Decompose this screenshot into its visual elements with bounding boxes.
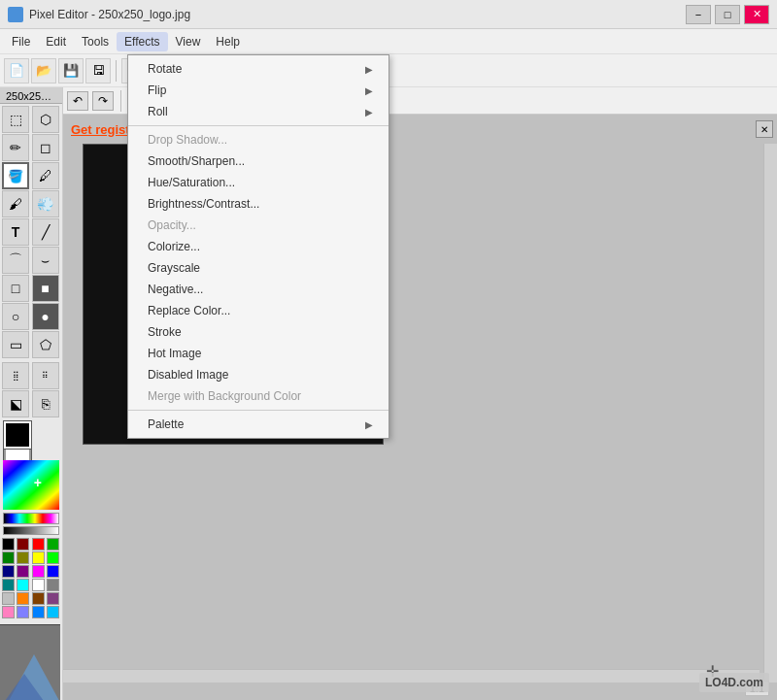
menu-item-palette[interactable]: Palette▶: [128, 414, 388, 435]
gradient-cursor-icon: +: [34, 475, 42, 490]
color-swatch-12[interactable]: [2, 579, 15, 591]
menu-item-label-disabled-image: Disabled Image: [148, 368, 228, 382]
menu-item-drop-shadow: Drop Shadow...: [128, 129, 388, 150]
save-button[interactable]: 💾: [58, 58, 84, 83]
tool-text[interactable]: T: [2, 218, 29, 246]
save-as-button[interactable]: 🖫: [85, 58, 111, 83]
color-swatch-22[interactable]: [32, 606, 45, 618]
color-swatch-11[interactable]: [47, 565, 59, 578]
menu-item-stroke[interactable]: Stroke: [128, 321, 388, 343]
menu-item-grayscale[interactable]: Grayscale: [128, 257, 388, 279]
color-swatch-4[interactable]: [2, 551, 15, 564]
color-swatch-18[interactable]: [32, 592, 45, 605]
tool-rect-outline[interactable]: □: [2, 275, 29, 302]
menu-item-label-flip: Flip: [148, 83, 166, 97]
menu-item-roll[interactable]: Roll▶: [128, 101, 388, 122]
menu-item-brightness-contrast[interactable]: Brightness/Contrast...: [128, 193, 388, 215]
color-swatch-3[interactable]: [47, 538, 59, 550]
color-swatch-6[interactable]: [32, 551, 45, 564]
menu-tools[interactable]: Tools: [74, 32, 117, 51]
color-swatch-20[interactable]: [2, 606, 15, 618]
menu-item-replace-color[interactable]: Replace Color...: [128, 300, 388, 321]
menu-edit[interactable]: Edit: [38, 32, 74, 51]
tool-airbrush[interactable]: 💨: [32, 190, 59, 217]
tool-arc[interactable]: ⌣: [32, 247, 59, 274]
color-swatch-16[interactable]: [2, 592, 15, 605]
color-gradient[interactable]: +: [3, 460, 59, 509]
tool-move[interactable]: ⬕: [2, 390, 29, 417]
window-title: Pixel Editor - 250x250_logo.jpg: [29, 8, 686, 21]
color-swatch-15[interactable]: [47, 579, 59, 591]
menu-item-label-merge-bg: Merge with Background Color: [148, 389, 301, 403]
nav-forward-btn[interactable]: ↷: [92, 91, 114, 111]
tool-eyedropper[interactable]: 🖊: [32, 162, 59, 189]
menu-view[interactable]: View: [168, 32, 209, 51]
menu-item-rotate[interactable]: Rotate▶: [128, 58, 388, 80]
menu-item-smooth-sharpen[interactable]: Smooth/Sharpen...: [128, 150, 388, 172]
bw-bar[interactable]: [3, 526, 59, 535]
tool-pencil[interactable]: ✏: [2, 134, 29, 161]
color-swatch-13[interactable]: [17, 579, 29, 591]
color-swatch-17[interactable]: [17, 592, 29, 605]
menu-item-flip[interactable]: Flip▶: [128, 80, 388, 101]
new-button[interactable]: 📄: [4, 58, 29, 83]
color-swatch-21[interactable]: [17, 606, 29, 618]
color-swatch-7[interactable]: [47, 551, 59, 564]
foreground-color[interactable]: [4, 421, 31, 449]
tool-ellipse-fill[interactable]: ●: [32, 303, 59, 330]
minimize-button[interactable]: −: [686, 5, 711, 24]
maximize-button[interactable]: □: [715, 5, 740, 24]
color-swatch-14[interactable]: [32, 579, 45, 591]
tool-select-rect[interactable]: ⬚: [2, 106, 29, 133]
file-tab[interactable]: 250x250_logo.jpg: [0, 87, 62, 104]
color-bar[interactable]: [3, 513, 59, 524]
banner-close-btn[interactable]: ✕: [756, 120, 773, 138]
menu-item-label-roll: Roll: [148, 105, 168, 118]
tool-polygon[interactable]: ⬠: [32, 331, 59, 358]
tool-select-free[interactable]: ⬡: [32, 106, 59, 133]
menu-item-hot-image[interactable]: Hot Image: [128, 343, 388, 364]
tool-paint-bucket[interactable]: 🪣: [2, 162, 29, 189]
tool-ellipse-outline[interactable]: ○: [2, 303, 29, 330]
color-swatch-5[interactable]: [17, 551, 29, 564]
menu-effects[interactable]: Effects: [117, 32, 167, 51]
app-icon: [8, 7, 23, 22]
scrollbar-vertical[interactable]: [763, 144, 777, 683]
submenu-arrow-flip: ▶: [365, 85, 373, 96]
tool-line[interactable]: ╱: [32, 218, 59, 246]
effects-dropdown: Rotate▶Flip▶Roll▶Drop Shadow...Smooth/Sh…: [127, 54, 389, 439]
fg-bg-colors: [0, 419, 62, 458]
tool-curve[interactable]: ⌒: [2, 247, 29, 274]
menu-item-hue-saturation[interactable]: Hue/Saturation...: [128, 172, 388, 193]
open-button[interactable]: 📂: [31, 58, 56, 83]
scrollbar-horizontal[interactable]: [63, 669, 760, 683]
color-swatch-19[interactable]: [47, 592, 59, 605]
tool-eraser[interactable]: ◻: [32, 134, 59, 161]
menu-file[interactable]: File: [4, 32, 38, 51]
menu-item-label-opacity: Opacity...: [148, 218, 196, 232]
menu-item-opacity: Opacity...: [128, 215, 388, 236]
menu-item-colorize[interactable]: Colorize...: [128, 236, 388, 257]
tool-brush[interactable]: 🖌: [2, 190, 29, 217]
color-swatch-0[interactable]: [2, 538, 15, 550]
tool-rounded-rect[interactable]: ▭: [2, 331, 29, 358]
color-swatch-1[interactable]: [17, 538, 29, 550]
menu-item-label-grayscale: Grayscale: [148, 261, 200, 275]
color-swatch-2[interactable]: [32, 538, 45, 550]
tool-dots2[interactable]: ⠿: [32, 362, 59, 389]
tool-rect-fill[interactable]: ■: [32, 275, 59, 302]
window-controls: − □ ✕: [686, 5, 769, 24]
color-swatch-10[interactable]: [32, 565, 45, 578]
color-swatch-23[interactable]: [47, 606, 59, 618]
color-swatch-9[interactable]: [17, 565, 29, 578]
close-button[interactable]: ✕: [744, 5, 769, 24]
menu-item-disabled-image[interactable]: Disabled Image: [128, 364, 388, 385]
tool-stamp[interactable]: ⎘: [32, 390, 59, 417]
color-swatch-8[interactable]: [2, 565, 15, 578]
nav-back-btn[interactable]: ↶: [67, 91, 88, 111]
menu-item-label-replace-color: Replace Color...: [148, 304, 230, 317]
menu-help[interactable]: Help: [208, 32, 248, 51]
tool-dots1[interactable]: ⣿: [2, 362, 29, 389]
menu-item-negative[interactable]: Negative...: [128, 279, 388, 300]
submenu-arrow-palette: ▶: [365, 419, 373, 430]
